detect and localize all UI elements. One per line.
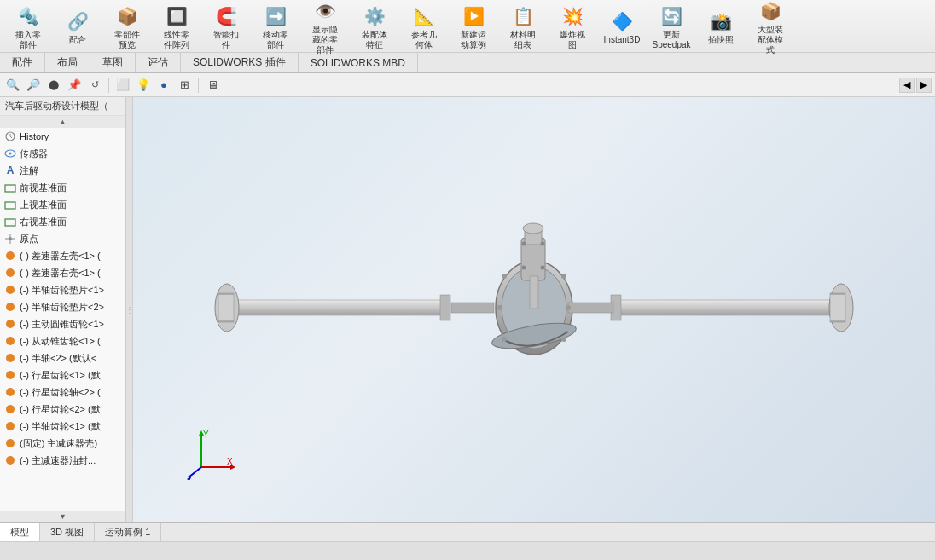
tree-item-1[interactable]: 传感器 — [0, 145, 125, 162]
toolbar-item-10[interactable]: 📋 材料明细表 — [498, 1, 548, 52]
tree-icon-1 — [3, 147, 17, 160]
toolbar-item-1[interactable]: 🔗 配合 — [53, 6, 102, 47]
toolbar-item-14[interactable]: 📸 拍快照 — [696, 6, 746, 47]
toolbar-item-7[interactable]: ⚙️ 装配体特征 — [350, 1, 399, 52]
tree-icon-4 — [3, 198, 17, 211]
toolbar-item-8[interactable]: 📐 参考几何体 — [399, 1, 449, 52]
window-controls-group: ◀ ▶ — [899, 78, 932, 93]
toolbar-icon-7: ⚙️ — [361, 3, 388, 30]
tree-item-12[interactable]: (-) 从动锥齿轮<1> ( — [0, 332, 125, 349]
tree-label-12: (-) 从动锥齿轮<1> ( — [20, 335, 101, 348]
tab-1[interactable]: 布局 — [45, 53, 90, 72]
axis-indicator: Y X — [184, 429, 235, 480]
tree-icon-9 — [3, 283, 17, 297]
tree-icon-12 — [3, 334, 17, 348]
svg-point-20 — [6, 371, 15, 379]
sphere-icon[interactable]: ● — [154, 76, 173, 95]
svg-point-43 — [523, 223, 543, 234]
panel-drag-handle[interactable]: ⋮ — [126, 97, 133, 522]
svg-rect-6 — [5, 202, 15, 209]
toolbar-item-0[interactable]: 🔩 插入零部件 — [3, 1, 53, 52]
toolbar-label-8: 参考几何体 — [411, 30, 437, 50]
svg-point-13 — [6, 251, 15, 260]
tree-item-13[interactable]: (-) 半轴<2> (默认< — [0, 349, 125, 367]
svg-text:X: X — [227, 457, 233, 466]
tree-label-15: (-) 行星齿轮轴<2> ( — [20, 386, 101, 399]
zoom-icon[interactable]: 🔎 — [24, 76, 43, 95]
bottom-tab-bar: 模型3D 视图运动算例 1 — [0, 522, 935, 541]
search-icon[interactable]: 🔍 — [3, 76, 22, 95]
bottom-tab-0[interactable]: 模型 — [0, 523, 40, 541]
box-icon[interactable]: ⬜ — [113, 76, 132, 95]
svg-point-17 — [6, 320, 15, 328]
tree-icon-2: A — [3, 164, 17, 177]
tree-icon-16 — [3, 402, 17, 416]
bottom-tab-2[interactable]: 运动算例 1 — [95, 523, 161, 541]
tree-item-6[interactable]: 原点 — [0, 230, 125, 247]
toolbar-item-9[interactable]: ▶️ 新建运动算例 — [449, 1, 498, 52]
tree-item-11[interactable]: (-) 主动圆锥齿轮<1> — [0, 315, 125, 332]
tree-item-4[interactable]: 上视基准面 — [0, 196, 125, 213]
scroll-up-btn[interactable]: ▲ — [0, 116, 125, 128]
tree-item-17[interactable]: (-) 半轴齿轮<1> (默 — [0, 418, 125, 435]
display-icon[interactable]: 🖥 — [203, 76, 222, 95]
toolbar-icon-8: 📐 — [410, 3, 438, 30]
toolbar-label-1: 配合 — [69, 35, 86, 45]
tree-container[interactable]: History传感器A注解前视基准面上视基准面右视基准面原点(-) 差速器左壳<… — [0, 128, 125, 511]
toolbar-icon-13: 🔄 — [658, 3, 685, 30]
toolbar-label-7: 装配体特征 — [362, 30, 387, 50]
toolbar-icon-15: 📦 — [757, 0, 784, 25]
panel-left-btn[interactable]: ◀ — [899, 78, 915, 93]
rotate-icon[interactable]: ↺ — [85, 76, 104, 95]
tree-icon-3 — [3, 181, 17, 194]
tree-item-5[interactable]: 右视基准面 — [0, 213, 125, 230]
tree-item-9[interactable]: (-) 半轴齿轮垫片<1> — [0, 281, 125, 298]
viewport[interactable]: Y X — [133, 97, 935, 522]
panel-right-btn[interactable]: ▶ — [916, 78, 932, 93]
toolbar-label-12: Instant3D — [604, 35, 641, 45]
svg-point-52 — [561, 274, 566, 279]
grid-icon[interactable]: ⊞ — [175, 76, 194, 95]
tree-item-0[interactable]: History — [0, 128, 125, 145]
tree-icon-7 — [3, 249, 17, 263]
tree-item-19[interactable]: (-) 主减速器油封... — [0, 452, 125, 469]
toolbar-item-5[interactable]: ➡️ 移动零部件 — [251, 1, 300, 52]
tree-label-13: (-) 半轴<2> (默认< — [20, 352, 96, 365]
tab-0[interactable]: 配件 — [0, 53, 45, 72]
tab-4[interactable]: SOLIDWORKS 插件 — [181, 53, 299, 72]
tree-item-14[interactable]: (-) 行星齿轮<1> (默 — [0, 367, 125, 384]
toolbar-item-2[interactable]: 📦 零部件预览 — [102, 1, 152, 52]
tree-label-8: (-) 差速器右壳<1> ( — [20, 267, 101, 280]
light-icon[interactable]: 💡 — [134, 76, 153, 95]
toolbar-item-12[interactable]: 🔷 Instant3D — [597, 6, 647, 47]
tree-icon-17 — [3, 419, 17, 433]
tree-item-7[interactable]: (-) 差速器左壳<1> ( — [0, 247, 125, 264]
tree-icon-6 — [3, 232, 17, 245]
left-section: 汽车后驱动桥设计模型（ ▲ History传感器A注解前视基准面上视基准面右视基… — [0, 97, 133, 522]
svg-point-46 — [522, 265, 526, 269]
pin-icon[interactable]: 📌 — [65, 76, 84, 95]
tree-item-8[interactable]: (-) 差速器右壳<1> ( — [0, 264, 125, 281]
tree-item-15[interactable]: (-) 行星齿轮轴<2> ( — [0, 384, 125, 401]
tree-item-16[interactable]: (-) 行星齿轮<2> (默 — [0, 401, 125, 418]
tree-item-10[interactable]: (-) 半轴齿轮垫片<2> — [0, 298, 125, 315]
toolbar-item-4[interactable]: 🧲 智能扣件 — [201, 1, 251, 52]
toolbar-label-14: 拍快照 — [708, 35, 734, 45]
select-icon[interactable]: ⬤ — [44, 76, 63, 95]
tab-3[interactable]: 评估 — [136, 53, 181, 72]
tab-2[interactable]: 草图 — [90, 53, 136, 72]
tree-item-3[interactable]: 前视基准面 — [0, 179, 125, 196]
toolbar-item-3[interactable]: 🔲 线性零件阵列 — [152, 1, 201, 52]
tree-item-18[interactable]: (固定) 主减速器壳) — [0, 435, 125, 452]
scroll-down-btn[interactable]: ▼ — [0, 511, 125, 522]
bottom-tab-1[interactable]: 3D 视图 — [40, 523, 95, 541]
tab-5[interactable]: SOLIDWORKS MBD — [299, 53, 418, 72]
toolbar-item-15[interactable]: 📦 大型装配体模式 — [746, 0, 795, 57]
toolbar-item-13[interactable]: 🔄 更新Speedpak — [647, 1, 696, 52]
svg-rect-5 — [5, 185, 15, 192]
tree-label-6: 原点 — [20, 233, 38, 245]
toolbar-item-6[interactable]: 👁️ 显示隐藏的零部件 — [300, 0, 350, 57]
toolbar-item-11[interactable]: 💥 爆炸视图 — [548, 1, 597, 52]
svg-point-51 — [502, 274, 507, 279]
tree-item-2[interactable]: A注解 — [0, 162, 125, 179]
